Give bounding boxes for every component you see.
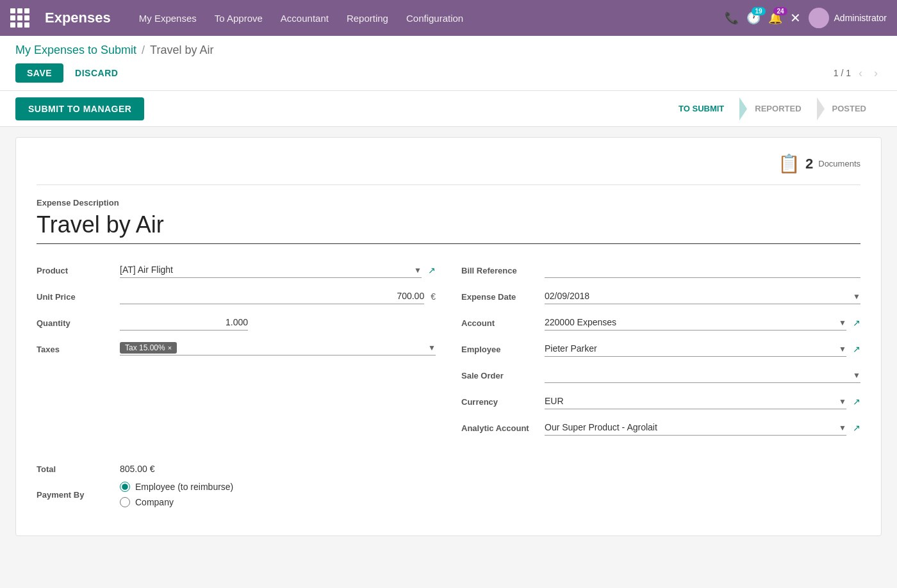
analytic-field-row: Analytic Account Our Super Product - Agr… bbox=[461, 420, 860, 436]
product-label: Product bbox=[37, 262, 120, 275]
analytic-select[interactable]: Our Super Product - Agrolait bbox=[545, 420, 846, 436]
pagination-label: 1 / 1 bbox=[834, 68, 851, 78]
close-icon[interactable]: ✕ bbox=[790, 10, 801, 26]
total-label: Total bbox=[37, 464, 120, 474]
taxes-field-row: Taxes Tax 15.00% × ▼ bbox=[37, 341, 436, 355]
sale-order-value-wrapper: ▼ bbox=[545, 367, 860, 383]
quantity-input[interactable] bbox=[120, 314, 248, 331]
nav-to-approve[interactable]: To Approve bbox=[207, 9, 270, 28]
total-row: Total 805.00 € bbox=[37, 464, 860, 474]
payment-company-radio[interactable] bbox=[120, 497, 130, 507]
status-to-submit: TO SUBMIT bbox=[663, 97, 739, 120]
nav-my-expenses[interactable]: My Expenses bbox=[131, 9, 204, 28]
analytic-external-link[interactable]: ↗ bbox=[853, 423, 860, 433]
unit-price-symbol: € bbox=[431, 291, 436, 302]
payment-employee-radio[interactable] bbox=[120, 482, 130, 492]
bill-ref-value-wrapper bbox=[545, 262, 860, 278]
submit-to-manager-button[interactable]: SUBMIT TO MANAGER bbox=[15, 97, 144, 120]
quantity-value-wrapper bbox=[120, 314, 436, 331]
top-navigation: Expenses My Expenses To Approve Accounta… bbox=[0, 0, 897, 36]
documents-count: 2 bbox=[805, 156, 813, 172]
prev-button[interactable]: ‹ bbox=[855, 65, 866, 81]
total-value: 805.00 € bbox=[120, 464, 155, 474]
documents-label: Documents bbox=[818, 159, 860, 168]
quantity-field-row: Quantity bbox=[37, 314, 436, 331]
breadcrumb-current: Travel by Air bbox=[150, 44, 213, 57]
currency-label: Currency bbox=[461, 393, 545, 407]
analytic-value-wrapper: Our Super Product - Agrolait ▼ ↗ bbox=[545, 420, 860, 436]
expense-card: 📋 2 Documents Expense Description Travel… bbox=[15, 137, 882, 536]
expense-date-field-row: Expense Date ▼ bbox=[461, 288, 860, 304]
svg-point-0 bbox=[814, 11, 823, 20]
unit-price-input[interactable] bbox=[120, 288, 424, 304]
documents-icon: 📋 bbox=[778, 153, 800, 174]
documents-section: 📋 2 Documents bbox=[37, 153, 860, 185]
account-external-link[interactable]: ↗ bbox=[853, 318, 860, 328]
taxes-value-wrapper: Tax 15.00% × ▼ bbox=[120, 341, 436, 355]
unit-price-value-wrapper: € bbox=[120, 288, 436, 304]
save-button[interactable]: SAVE bbox=[15, 63, 63, 83]
payment-radio-group: Employee (to reimburse) Company bbox=[120, 482, 233, 507]
employee-external-link[interactable]: ↗ bbox=[853, 344, 860, 354]
status-posted: POSTED bbox=[817, 97, 882, 120]
expense-date-label: Expense Date bbox=[461, 288, 545, 302]
nav-accountant[interactable]: Accountant bbox=[273, 9, 336, 28]
clock-icon[interactable]: 🕐 19 bbox=[746, 11, 761, 25]
sale-order-select-wrapper: ▼ bbox=[545, 367, 860, 383]
status-bar: SUBMIT TO MANAGER TO SUBMIT REPORTED POS… bbox=[0, 91, 897, 127]
app-brand: Expenses bbox=[45, 10, 111, 26]
bill-ref-label: Bill Reference bbox=[461, 262, 545, 275]
employee-label: Employee bbox=[461, 341, 545, 354]
product-field-row: Product [AT] Air Flight ▼ ↗ bbox=[37, 262, 436, 278]
currency-select[interactable]: EUR bbox=[545, 393, 846, 409]
payment-employee-option[interactable]: Employee (to reimburse) bbox=[120, 482, 233, 492]
currency-external-link[interactable]: ↗ bbox=[853, 396, 860, 407]
sale-order-select[interactable] bbox=[545, 367, 860, 383]
bill-ref-field-row: Bill Reference bbox=[461, 262, 860, 278]
bell-icon[interactable]: 🔔 24 bbox=[768, 11, 782, 25]
documents-widget[interactable]: 📋 2 Documents bbox=[778, 153, 860, 174]
payment-company-option[interactable]: Company bbox=[120, 497, 233, 507]
product-select[interactable]: [AT] Air Flight bbox=[120, 262, 422, 278]
currency-value-wrapper: EUR ▼ ↗ bbox=[545, 393, 860, 409]
bill-ref-input[interactable] bbox=[545, 262, 860, 278]
sale-order-label: Sale Order bbox=[461, 367, 545, 380]
main-content: 📋 2 Documents Expense Description Travel… bbox=[0, 127, 897, 546]
nav-configuration[interactable]: Configuration bbox=[399, 9, 471, 28]
analytic-select-wrapper: Our Super Product - Agrolait ▼ bbox=[545, 420, 846, 436]
account-select-wrapper: 220000 Expenses ▼ bbox=[545, 314, 846, 331]
breadcrumb-parent[interactable]: My Expenses to Submit bbox=[15, 44, 136, 57]
next-button[interactable]: › bbox=[870, 65, 882, 81]
tax-badge-text: Tax 15.00% bbox=[125, 343, 165, 352]
analytic-label: Analytic Account bbox=[461, 420, 545, 433]
expense-date-value-wrapper: ▼ bbox=[545, 288, 860, 304]
expense-title: Travel by Air bbox=[37, 211, 860, 238]
sale-order-field-row: Sale Order ▼ bbox=[461, 367, 860, 383]
payment-row: Payment By Employee (to reimburse) Compa… bbox=[37, 482, 860, 507]
employee-select-wrapper: Pieter Parker ▼ bbox=[545, 341, 846, 357]
employee-field-row: Employee Pieter Parker ▼ ↗ bbox=[461, 341, 860, 357]
product-external-link[interactable]: ↗ bbox=[428, 265, 436, 275]
expense-date-input[interactable] bbox=[545, 288, 860, 304]
app-grid-icon[interactable] bbox=[10, 8, 29, 28]
account-select[interactable]: 220000 Expenses bbox=[545, 314, 846, 331]
currency-select-wrapper: EUR ▼ bbox=[545, 393, 846, 409]
form-right: Bill Reference Expense Date ▼ bbox=[461, 262, 860, 446]
payment-options-wrapper: Employee (to reimburse) Company bbox=[120, 482, 233, 507]
user-menu[interactable]: Administrator bbox=[809, 8, 887, 28]
expense-desc-label: Expense Description bbox=[37, 198, 860, 208]
breadcrumb-separator: / bbox=[142, 44, 145, 57]
pagination: 1 / 1 ‹ › bbox=[834, 65, 882, 81]
nav-reporting[interactable]: Reporting bbox=[339, 9, 396, 28]
discard-button[interactable]: DISCARD bbox=[69, 63, 124, 83]
taxes-label: Taxes bbox=[37, 341, 120, 354]
nav-right-icons: 📞 🕐 19 🔔 24 ✕ Administrator bbox=[725, 8, 887, 28]
phone-icon[interactable]: 📞 bbox=[725, 11, 739, 25]
form-left: Product [AT] Air Flight ▼ ↗ Unit Price bbox=[37, 262, 436, 446]
employee-select[interactable]: Pieter Parker bbox=[545, 341, 846, 357]
account-field-row: Account 220000 Expenses ▼ ↗ bbox=[461, 314, 860, 331]
tax-badge-remove[interactable]: × bbox=[168, 344, 172, 352]
nav-links: My Expenses To Approve Accountant Report… bbox=[131, 9, 709, 28]
account-value-wrapper: 220000 Expenses ▼ ↗ bbox=[545, 314, 860, 331]
totals-section: Total 805.00 € Payment By Employee (to r… bbox=[37, 464, 860, 507]
